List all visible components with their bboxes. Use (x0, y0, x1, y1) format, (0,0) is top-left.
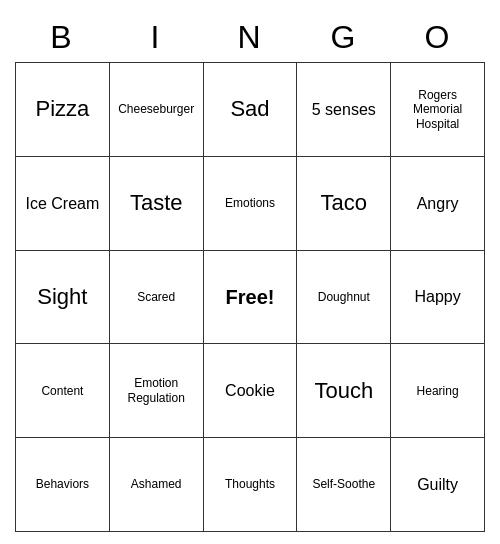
bingo-row: BehaviorsAshamedThoughtsSelf-SootheGuilt… (16, 438, 485, 532)
header-letter: N (203, 12, 297, 62)
bingo-row: ContentEmotion RegulationCookieTouchHear… (16, 344, 485, 438)
bingo-cell: Taste (110, 157, 204, 251)
header-letter: G (297, 12, 391, 62)
header-letter: O (391, 12, 485, 62)
header-letter: B (15, 12, 109, 62)
bingo-cell: 5 senses (297, 63, 391, 157)
bingo-header: BINGO (15, 12, 485, 62)
bingo-cell: Pizza (16, 63, 110, 157)
bingo-cell: Content (16, 344, 110, 438)
bingo-cell: Doughnut (297, 251, 391, 345)
bingo-cell: Thoughts (204, 438, 298, 532)
bingo-cell: Ashamed (110, 438, 204, 532)
bingo-cell: Emotion Regulation (110, 344, 204, 438)
bingo-cell: Angry (391, 157, 485, 251)
bingo-cell: Happy (391, 251, 485, 345)
header-letter: I (109, 12, 203, 62)
bingo-cell: Sight (16, 251, 110, 345)
bingo-cell: Taco (297, 157, 391, 251)
bingo-cell: Cookie (204, 344, 298, 438)
bingo-cell: Behaviors (16, 438, 110, 532)
bingo-cell: Scared (110, 251, 204, 345)
bingo-cell: Self-Soothe (297, 438, 391, 532)
bingo-grid: PizzaCheeseburgerSad5 sensesRogers Memor… (15, 62, 485, 532)
bingo-cell: Cheeseburger (110, 63, 204, 157)
bingo-row: Ice CreamTasteEmotionsTacoAngry (16, 157, 485, 251)
bingo-cell: Sad (204, 63, 298, 157)
bingo-cell: Hearing (391, 344, 485, 438)
bingo-card: BINGO PizzaCheeseburgerSad5 sensesRogers… (15, 12, 485, 532)
bingo-row: PizzaCheeseburgerSad5 sensesRogers Memor… (16, 63, 485, 157)
bingo-cell: Free! (204, 251, 298, 345)
bingo-cell: Ice Cream (16, 157, 110, 251)
bingo-row: SightScaredFree!DoughnutHappy (16, 251, 485, 345)
bingo-cell: Guilty (391, 438, 485, 532)
bingo-cell: Touch (297, 344, 391, 438)
bingo-cell: Rogers Memorial Hospital (391, 63, 485, 157)
bingo-cell: Emotions (204, 157, 298, 251)
